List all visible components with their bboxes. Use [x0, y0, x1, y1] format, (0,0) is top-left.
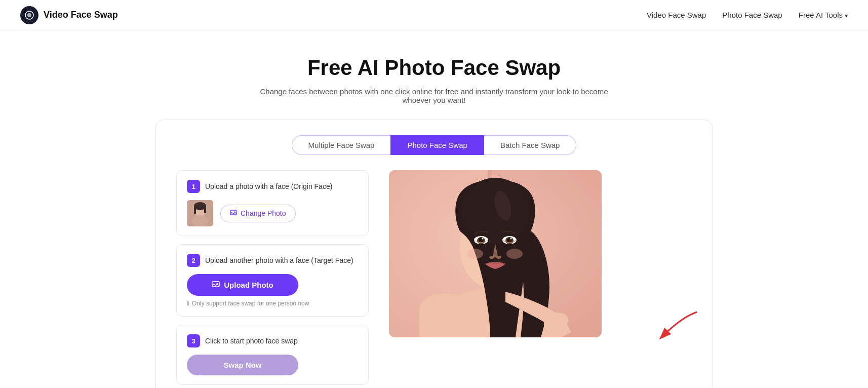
- upload-icon: [212, 280, 220, 290]
- change-photo-button[interactable]: Change Photo: [220, 205, 296, 222]
- step-3-header: 3 Click to start photo face swap: [187, 334, 358, 347]
- main-nav: Video Face Swap Photo Face Swap Free AI …: [647, 11, 848, 19]
- svg-point-25: [482, 238, 484, 240]
- tab-multiple-face-swap[interactable]: Multiple Face Swap: [292, 135, 391, 155]
- origin-face-thumbnail: [187, 200, 213, 226]
- tab-bar: Multiple Face Swap Photo Face Swap Batch…: [176, 135, 692, 155]
- step-1-title: Upload a photo with a face (Origin Face): [205, 182, 332, 190]
- step-2-title: Upload another photo with a face (Target…: [205, 256, 353, 264]
- logo-icon: [20, 6, 38, 24]
- svg-point-32: [467, 249, 483, 259]
- svg-point-30: [489, 256, 494, 259]
- preview-image: [389, 170, 602, 337]
- step-1-card: 1 Upload a photo with a face (Origin Fac…: [176, 170, 369, 236]
- svg-point-11: [217, 283, 218, 284]
- svg-point-20: [461, 178, 530, 244]
- nav-photo-face-swap[interactable]: Photo Face Swap: [722, 11, 782, 19]
- logo-area: Video Face Swap: [20, 6, 118, 24]
- nav-video-face-swap[interactable]: Video Face Swap: [647, 11, 706, 19]
- step-1-header: 1 Upload a photo with a face (Origin Fac…: [187, 180, 358, 193]
- main-card: Multiple Face Swap Photo Face Swap Batch…: [155, 120, 713, 388]
- step-2-number: 2: [187, 254, 200, 267]
- svg-point-33: [506, 249, 523, 259]
- arrow-container: [651, 307, 712, 347]
- page-title: Free AI Photo Face Swap: [10, 56, 858, 80]
- upload-photo-button[interactable]: Upload Photo: [187, 274, 298, 296]
- hero-subtitle: Change faces between photos with one cli…: [257, 87, 611, 104]
- step-3-number: 3: [187, 334, 200, 347]
- svg-point-29: [510, 238, 512, 240]
- info-icon: ℹ: [187, 300, 189, 307]
- support-note: ℹ Only support face swap for one person …: [187, 300, 358, 307]
- svg-rect-10: [212, 282, 219, 287]
- preview-area: [389, 170, 692, 337]
- step-3-title: Click to start photo face swap: [205, 337, 298, 345]
- svg-rect-6: [194, 206, 196, 214]
- swap-now-button[interactable]: Swap Now: [187, 355, 298, 375]
- step-2-header: 2 Upload another photo with a face (Targ…: [187, 254, 358, 267]
- steps-container: 1 Upload a photo with a face (Origin Fac…: [176, 170, 369, 385]
- hero-section: Free AI Photo Face Swap Change faces bet…: [0, 30, 868, 120]
- step-1-content: Change Photo: [187, 200, 358, 226]
- chevron-down-icon: [845, 11, 848, 19]
- step-2-card: 2 Upload another photo with a face (Targ…: [176, 244, 369, 317]
- step-1-number: 1: [187, 180, 200, 193]
- step-3-card: 3 Click to start photo face swap Swap No…: [176, 325, 369, 385]
- nav-free-ai-tools[interactable]: Free AI Tools: [799, 11, 848, 19]
- content-area: 1 Upload a photo with a face (Origin Fac…: [176, 170, 692, 385]
- svg-point-31: [496, 256, 501, 259]
- app-name: Video Face Swap: [44, 10, 118, 20]
- tab-batch-face-swap[interactable]: Batch Face Swap: [484, 135, 577, 155]
- svg-rect-7: [204, 206, 206, 213]
- svg-point-1: [27, 13, 31, 17]
- thumbnail-image: [187, 200, 213, 226]
- header: Video Face Swap Video Face Swap Photo Fa…: [0, 0, 868, 30]
- tab-photo-face-swap[interactable]: Photo Face Swap: [390, 135, 484, 155]
- change-photo-icon: [230, 209, 237, 218]
